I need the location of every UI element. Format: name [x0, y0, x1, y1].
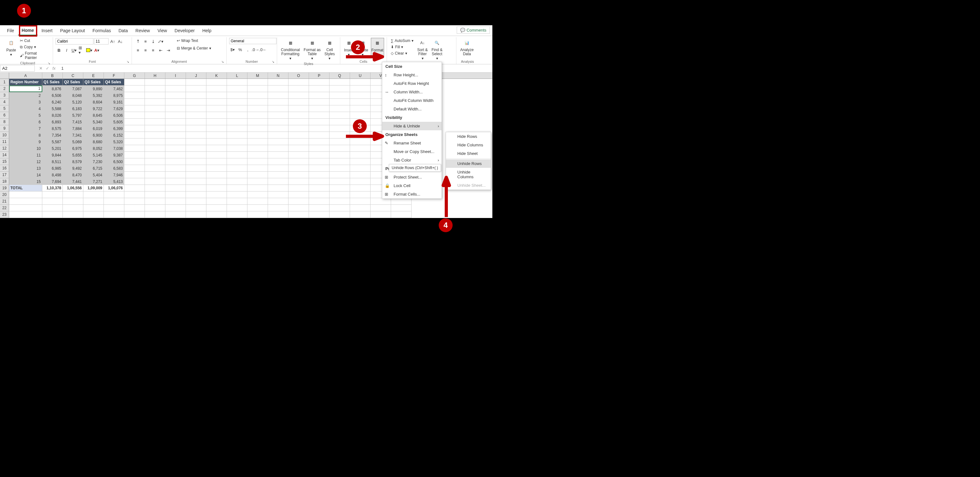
cell-F18[interactable]: 5,413	[104, 178, 124, 185]
alignment-launcher-icon[interactable]: ↘	[221, 60, 224, 64]
cell-P12[interactable]	[309, 145, 329, 152]
cell-V22[interactable]	[371, 205, 391, 211]
cell-L11[interactable]	[227, 138, 247, 145]
font-size-select[interactable]	[94, 38, 108, 45]
format-painter-button[interactable]: 🖌Format Painter	[19, 51, 50, 60]
cell-P10[interactable]	[309, 132, 329, 138]
cell-B15[interactable]: 8,511	[42, 158, 63, 165]
cell-Q4[interactable]	[329, 99, 350, 105]
cell-Q5[interactable]	[329, 105, 350, 112]
cell-K3[interactable]	[207, 92, 227, 99]
cell-Q8[interactable]	[329, 119, 350, 125]
row-header-19[interactable]: 19	[0, 185, 9, 191]
cell-C19[interactable]: 1,06,556	[63, 185, 83, 191]
cell-U4[interactable]	[350, 99, 371, 105]
cell-E15[interactable]: 7,230	[83, 158, 104, 165]
cell-U5[interactable]	[350, 105, 371, 112]
cell-I5[interactable]	[165, 105, 186, 112]
row-header-11[interactable]: 11	[0, 138, 9, 145]
cell-A10[interactable]: 8	[9, 132, 42, 138]
cell-Q21[interactable]	[329, 198, 350, 205]
row-header-20[interactable]: 20	[0, 191, 9, 198]
cell-K2[interactable]	[207, 86, 227, 92]
col-header-F[interactable]: F	[104, 73, 124, 79]
cell-E9[interactable]: 6,019	[83, 125, 104, 132]
cell-Q14[interactable]	[329, 152, 350, 158]
cell-A23[interactable]	[9, 211, 42, 218]
cell-L12[interactable]	[227, 145, 247, 152]
cell-B8[interactable]: 6,893	[42, 119, 63, 125]
analyze-data-button[interactable]: 📊 Analyze Data	[459, 38, 475, 57]
cell-H5[interactable]	[145, 105, 165, 112]
cell-G23[interactable]	[124, 211, 145, 218]
align-bottom-icon[interactable]: ⤓	[150, 38, 156, 45]
menu-autofit-column-width[interactable]: AutoFit Column Width	[382, 96, 442, 105]
cell-U17[interactable]	[350, 172, 371, 178]
cell-I23[interactable]	[165, 211, 186, 218]
cell-H9[interactable]	[145, 125, 165, 132]
cell-C17[interactable]: 8,470	[63, 172, 83, 178]
cell-U14[interactable]	[350, 152, 371, 158]
cell-O9[interactable]	[288, 125, 309, 132]
cell-A22[interactable]	[9, 205, 42, 211]
cell-U16[interactable]	[350, 165, 371, 172]
cell-B5[interactable]: 5,588	[42, 105, 63, 112]
percent-format-icon[interactable]: %	[237, 46, 243, 53]
cell-G6[interactable]	[124, 112, 145, 119]
cell-I16[interactable]	[165, 165, 186, 172]
cell-P19[interactable]	[309, 185, 329, 191]
cell-C15[interactable]: 8,579	[63, 158, 83, 165]
cell-E12[interactable]: 8,052	[83, 145, 104, 152]
cell-J18[interactable]	[186, 178, 207, 185]
cell-K22[interactable]	[207, 205, 227, 211]
row-header-3[interactable]: 3	[0, 92, 9, 99]
cell-C16[interactable]: 9,492	[63, 165, 83, 172]
comma-format-icon[interactable]: ,	[244, 46, 251, 53]
col-header-G[interactable]: G	[124, 73, 145, 79]
menu-autofit-row-height[interactable]: AutoFit Row Height	[382, 79, 442, 88]
cell-N9[interactable]	[268, 125, 288, 132]
cell-H17[interactable]	[145, 172, 165, 178]
cell-O2[interactable]	[288, 86, 309, 92]
cell-K10[interactable]	[207, 132, 227, 138]
cell-G17[interactable]	[124, 172, 145, 178]
cell-F6[interactable]: 6,506	[104, 112, 124, 119]
cell-U12[interactable]	[350, 145, 371, 152]
col-header-N[interactable]: N	[268, 73, 288, 79]
cell-U6[interactable]	[350, 112, 371, 119]
cell-B14[interactable]: 9,844	[42, 152, 63, 158]
cell-E18[interactable]: 7,271	[83, 178, 104, 185]
cell-M11[interactable]	[247, 138, 268, 145]
cell-M20[interactable]	[247, 191, 268, 198]
cell-N18[interactable]	[268, 178, 288, 185]
cell-N1[interactable]	[268, 79, 288, 86]
cell-G4[interactable]	[124, 99, 145, 105]
cell-U15[interactable]	[350, 158, 371, 165]
cell-J12[interactable]	[186, 145, 207, 152]
col-header-K[interactable]: K	[207, 73, 227, 79]
cell-P15[interactable]	[309, 158, 329, 165]
cell-Q22[interactable]	[329, 205, 350, 211]
row-header-6[interactable]: 6	[0, 112, 9, 119]
cell-G21[interactable]	[124, 198, 145, 205]
cell-P20[interactable]	[309, 191, 329, 198]
cell-M6[interactable]	[247, 112, 268, 119]
col-header-C[interactable]: C	[63, 73, 83, 79]
cell-H22[interactable]	[145, 205, 165, 211]
italic-button[interactable]: I	[63, 47, 70, 54]
cell-J3[interactable]	[186, 92, 207, 99]
cell-V23[interactable]	[371, 211, 391, 218]
cell-M19[interactable]	[247, 185, 268, 191]
cell-M15[interactable]	[247, 158, 268, 165]
cell-U3[interactable]	[350, 92, 371, 99]
cell-E19[interactable]: 1,09,009	[83, 185, 104, 191]
cell-H21[interactable]	[145, 198, 165, 205]
cell-G8[interactable]	[124, 119, 145, 125]
cell-I10[interactable]	[165, 132, 186, 138]
cell-N15[interactable]	[268, 158, 288, 165]
cell-P16[interactable]	[309, 165, 329, 172]
cell-C8[interactable]: 7,415	[63, 119, 83, 125]
cell-J16[interactable]	[186, 165, 207, 172]
cell-O11[interactable]	[288, 138, 309, 145]
cell-P22[interactable]	[309, 205, 329, 211]
